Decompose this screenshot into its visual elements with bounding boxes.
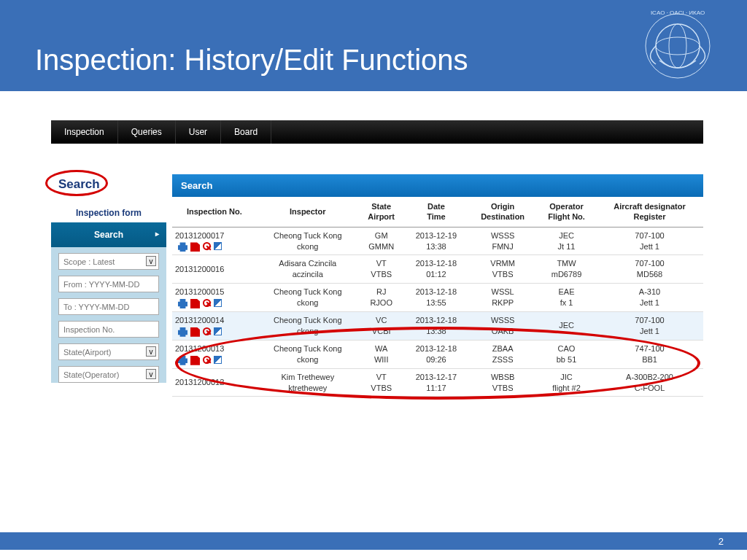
cell-origin-dest: WSSSOAKB [468, 311, 537, 340]
table-row[interactable]: 20131200012Kim TretheweyktretheweyVTVTBS… [172, 368, 703, 397]
menu-board[interactable]: Board [221, 120, 271, 144]
sidebar-search-heading: Search [51, 174, 107, 195]
search-expand-button[interactable]: Search [51, 222, 166, 247]
cell-origin-dest: WSSSFMNJ [468, 227, 537, 255]
cell-inspector: Adisara Czincilaaczincila [257, 255, 359, 284]
inspection-no-input[interactable] [58, 321, 159, 338]
print-icon[interactable] [178, 242, 187, 252]
col-operator-flight: OperatorFlight No. [537, 197, 596, 227]
cell-aircraft-register: 707-100Jett 1 [596, 227, 703, 255]
table-row[interactable]: 20131200014Cheong Tuck KongckongVCVCBI20… [172, 311, 703, 340]
cell-date-time: 2013-12-1813:38 [404, 311, 469, 340]
cell-inspection-no: 20131200013 [172, 340, 257, 368]
state-operator-select[interactable] [58, 366, 159, 383]
svg-text:ICAO · OACI · ИКАО: ICAO · OACI · ИКАО [651, 9, 705, 16]
cell-inspection-no: 20131200015 [172, 284, 257, 312]
search-sidebar: Search Inspection form Search v v v [51, 174, 166, 397]
edit-icon[interactable] [214, 356, 222, 364]
cell-state-airport: RJRJOO [359, 284, 404, 312]
delete-icon[interactable] [203, 356, 211, 364]
cell-operator-flight: JEC [537, 311, 596, 340]
chevron-down-icon: v [146, 369, 156, 379]
table-row[interactable]: 20131200013Cheong Tuck KongckongWAWIII20… [172, 340, 703, 368]
delete-icon[interactable] [203, 299, 211, 307]
inspection-form-label: Inspection form [51, 208, 166, 218]
cell-date-time: 2013-12-1801:12 [404, 255, 469, 284]
menu-inspection[interactable]: Inspection [51, 120, 118, 144]
menu-user[interactable]: User [176, 120, 221, 144]
cell-inspector: Cheong Tuck Kongckong [257, 340, 359, 368]
chevron-down-icon: v [146, 256, 156, 266]
cell-inspector: Cheong Tuck Kongckong [257, 311, 359, 340]
table-row[interactable]: 20131200016Adisara CzincilaaczincilaVTVT… [172, 255, 703, 284]
cell-state-airport: VTVTBS [359, 255, 404, 284]
cell-inspection-no: 20131200017 [172, 227, 257, 255]
cell-aircraft-register: 707-100Jett 1 [596, 311, 703, 340]
col-origin-dest: OriginDestination [468, 197, 537, 227]
col-inspection-no: Inspection No. [172, 197, 257, 227]
slide-title: Inspection: History/Edit Functions [35, 44, 468, 77]
cell-origin-dest: ZBAAZSSS [468, 340, 537, 368]
print-icon[interactable] [178, 356, 187, 365]
cell-operator-flight: TMWmD6789 [537, 255, 596, 284]
cell-inspector: Cheong Tuck Kongckong [257, 227, 359, 255]
col-inspector: Inspector [257, 197, 359, 227]
slide-banner: Inspection: History/Edit Functions ICAO … [0, 0, 747, 91]
cell-date-time: 2013-12-1813:55 [404, 284, 469, 312]
menu-queries[interactable]: Queries [118, 120, 176, 144]
delete-icon[interactable] [203, 242, 211, 250]
cell-inspection-no: 20131200014 [172, 311, 257, 340]
cell-operator-flight: EAEfx 1 [537, 284, 596, 312]
cell-operator-flight: JECJt 11 [537, 227, 596, 255]
pdf-icon[interactable] [190, 327, 200, 337]
col-aircraft-register: Aircraft designatorRegister [596, 197, 703, 227]
cell-state-airport: VCVCBI [359, 311, 404, 340]
edit-icon[interactable] [214, 327, 222, 335]
table-row[interactable]: 20131200015Cheong Tuck KongckongRJRJOO20… [172, 284, 703, 312]
cell-inspection-no: 20131200016 [172, 255, 257, 284]
cell-date-time: 2013-12-1809:26 [404, 340, 469, 368]
app-menubar: Inspection Queries User Board [51, 120, 703, 144]
cell-state-airport: GMGMMN [359, 227, 404, 255]
delete-icon[interactable] [203, 327, 211, 335]
edit-icon[interactable] [214, 299, 222, 307]
annotation-circle-search [45, 170, 108, 196]
icao-logo: ICAO · OACI · ИКАО [638, 6, 718, 86]
footer-bar [0, 532, 747, 550]
cell-origin-dest: WBSBVTBS [468, 368, 537, 397]
cell-aircraft-register: 747-100BB1 [596, 340, 703, 368]
cell-inspection-no: 20131200012 [172, 368, 257, 397]
cell-inspector: Kim Tretheweyktrethewey [257, 368, 359, 397]
col-date-time: DateTime [404, 197, 469, 227]
pdf-icon[interactable] [190, 299, 200, 308]
cell-aircraft-register: A-310Jett 1 [596, 284, 703, 312]
cell-origin-dest: VRMMVTBS [468, 255, 537, 284]
cell-operator-flight: CAObb 51 [537, 340, 596, 368]
table-row[interactable]: 20131200017Cheong Tuck KongckongGMGMMN20… [172, 227, 703, 255]
to-date-input[interactable] [58, 298, 159, 315]
print-icon[interactable] [178, 299, 187, 308]
edit-icon[interactable] [214, 242, 222, 250]
cell-aircraft-register: A-300B2-200C-FOOL [596, 368, 703, 397]
chevron-down-icon: v [146, 346, 156, 357]
cell-date-time: 2013-12-1711:17 [404, 368, 469, 397]
svg-point-2 [656, 24, 700, 68]
page-number: 2 [719, 536, 724, 547]
cell-date-time: 2013-12-1913:38 [404, 227, 469, 255]
svg-point-3 [656, 37, 700, 55]
results-panel: Search Inspection No. Inspector StateAir… [172, 174, 703, 397]
cell-inspector: Cheong Tuck Kongckong [257, 284, 359, 312]
results-table: Inspection No. Inspector StateAirport Da… [172, 197, 703, 397]
cell-aircraft-register: 707-100MD568 [596, 255, 703, 284]
col-state-airport: StateAirport [359, 197, 404, 227]
results-header: Search [172, 174, 703, 197]
from-date-input[interactable] [58, 276, 159, 292]
print-icon[interactable] [178, 327, 187, 337]
pdf-icon[interactable] [190, 356, 200, 365]
pdf-icon[interactable] [190, 242, 200, 252]
state-airport-select[interactable] [58, 343, 159, 360]
svg-point-4 [669, 24, 686, 68]
cell-operator-flight: JICflight #2 [537, 368, 596, 397]
cell-origin-dest: WSSLRKPP [468, 284, 537, 312]
scope-select[interactable] [58, 253, 159, 270]
